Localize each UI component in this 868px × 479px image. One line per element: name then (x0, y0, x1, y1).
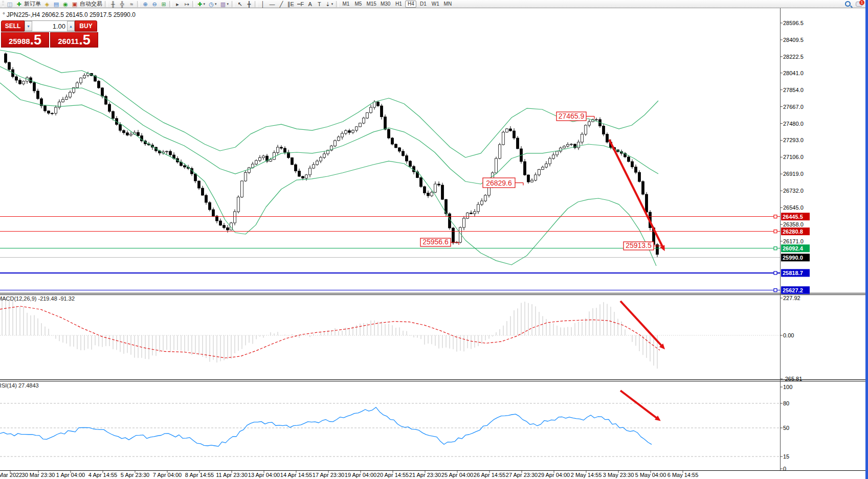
fibonacci-icon[interactable]: ┅F (296, 1, 305, 8)
sell-button[interactable]: SELL (1, 20, 25, 32)
timeframe-m5-button[interactable]: M5 (352, 1, 364, 8)
zoom-out-icon[interactable]: ⊖ (150, 1, 159, 8)
zoom-in-icon[interactable]: ⊕ (141, 1, 149, 8)
svg-text:20 Apr 14:55: 20 Apr 14:55 (377, 472, 409, 478)
timeframe-m30-button[interactable]: M30 (379, 1, 392, 8)
timeframe-m15-button[interactable]: M15 (365, 1, 377, 8)
svg-text:15: 15 (783, 453, 789, 460)
bar-chart-icon[interactable]: ╫ (109, 1, 117, 8)
toolbar-separator (137, 1, 140, 7)
timeframe-w1-button[interactable]: W1 (430, 1, 441, 8)
rsi-panel: 1008050150 (0, 384, 792, 472)
timeframe-mn-button[interactable]: MN (442, 1, 453, 8)
svg-text:28041.0: 28041.0 (783, 70, 804, 76)
auto-trading-button[interactable]: ▣ (71, 1, 79, 8)
svg-text:26732.0: 26732.0 (783, 188, 804, 194)
price-annotations[interactable]: 27465.926829.625956.625913.5 (420, 112, 662, 250)
new-order-button[interactable]: ✚ (15, 1, 23, 8)
svg-text:27854.0: 27854.0 (783, 87, 804, 93)
toolbar: ◫✚新订单◈▤◉▣自动交易╫╬≈⊕⊖⊞▸↦✚▼◷▼▥▼↖╋│—╱∥E┅FAT⇣▼… (0, 0, 865, 8)
volume-input[interactable] (32, 21, 67, 31)
toolbar-separator (169, 1, 172, 7)
svg-text:25990.0: 25990.0 (783, 255, 803, 261)
svg-text:1 Apr 04:00: 1 Apr 04:00 (56, 472, 85, 478)
horizontal-lines[interactable] (0, 215, 780, 292)
trend-arrows[interactable] (609, 140, 665, 421)
svg-text:26829.6: 26829.6 (486, 179, 512, 187)
svg-text:26445.5: 26445.5 (783, 214, 803, 220)
svg-text:27293.0: 27293.0 (783, 137, 804, 143)
svg-text:100: 100 (783, 384, 792, 390)
layouts-icon[interactable]: ◈ (43, 1, 51, 8)
equidistant-channel-icon[interactable]: ∥E (286, 1, 295, 8)
svg-text:25818.7: 25818.7 (783, 270, 803, 276)
price-axis: 28596.528409.528222.528041.027854.027667… (780, 20, 810, 294)
chart-fragment-icon[interactable]: ◫ (6, 1, 14, 8)
date-axis: Mar 202230 Mar 23:301 Apr 04:004 Apr 14:… (0, 471, 698, 478)
timeframe-d1-button[interactable]: D1 (417, 1, 429, 8)
arrows-object-icon[interactable]: ⇣▼ (324, 1, 335, 8)
svg-text:7 Apr 04:00: 7 Apr 04:00 (153, 472, 182, 478)
svg-text:27465.9: 27465.9 (559, 112, 585, 120)
line-chart-icon[interactable]: ≈ (127, 1, 136, 8)
svg-text:25956.6: 25956.6 (422, 238, 449, 246)
svg-text:5 May 04:00: 5 May 04:00 (635, 472, 666, 478)
tile-windows-icon[interactable]: ⊞ (160, 1, 168, 8)
hline-icon[interactable]: — (268, 1, 276, 8)
svg-text:3 May 23:30: 3 May 23:30 (603, 472, 634, 478)
volume-down-button[interactable]: ▼ (25, 21, 32, 31)
svg-text:6 May 14:55: 6 May 14:55 (667, 472, 699, 478)
svg-text:50: 50 (783, 425, 789, 431)
symbol-ohlc-text: JPN225-,H4 26062.5 26145.0 25917.5 25990… (7, 11, 136, 18)
svg-text:5 Apr 23:30: 5 Apr 23:30 (121, 472, 149, 478)
vline-icon[interactable]: │ (259, 1, 267, 8)
chart-shift-icon[interactable]: ↦ (183, 1, 191, 8)
indicators-icon[interactable]: ✚▼ (196, 1, 207, 8)
svg-text:30 Mar 23:30: 30 Mar 23:30 (22, 472, 55, 478)
svg-text:26 Apr 14:55: 26 Apr 14:55 (474, 472, 505, 478)
sell-price-pips: .5 (30, 34, 42, 47)
search-icon[interactable] (845, 1, 851, 7)
svg-text:27480.0: 27480.0 (783, 121, 804, 127)
svg-text:28596.5: 28596.5 (783, 20, 804, 26)
crosshair-icon[interactable]: ╋ (245, 1, 253, 8)
timeframe-m1-button[interactable]: M1 (340, 1, 351, 8)
notifications-icon[interactable]: 1 (856, 2, 862, 7)
trendline-icon[interactable]: ╱ (277, 1, 285, 8)
label-icon[interactable]: T (315, 1, 323, 8)
sell-price-box[interactable]: 25988.5 (1, 32, 49, 48)
svg-text:21 Apr 23:30: 21 Apr 23:30 (409, 472, 441, 478)
auto-scroll-icon[interactable]: ▸ (173, 1, 182, 8)
svg-text:27667.0: 27667.0 (783, 104, 804, 110)
volume-up-button[interactable]: ▲ (67, 21, 75, 31)
timeframe-h4-button[interactable]: H4 (405, 1, 416, 8)
period-icon[interactable]: ◷▼ (208, 1, 218, 8)
timeframe-h1-button[interactable]: H1 (393, 1, 404, 8)
auto-trading-button-label[interactable]: 自动交易 (80, 0, 102, 8)
svg-text:26171.0: 26171.0 (783, 238, 804, 244)
text-icon[interactable]: A (306, 1, 314, 8)
svg-text:19 Apr 04:00: 19 Apr 04:00 (345, 472, 376, 478)
one-click-trade-panel: SELL ▼ ▲ BUY 25988.5 26011.5 (1, 20, 98, 48)
buy-price-box[interactable]: 26011.5 (50, 32, 98, 48)
symbol-info: °JPN225-,H4 26062.5 26145.0 25917.5 2599… (3, 11, 136, 18)
svg-text:13 Apr 04:00: 13 Apr 04:00 (248, 472, 280, 478)
market-watch-icon[interactable]: ▤ (52, 1, 60, 8)
svg-text:29 Apr 04:00: 29 Apr 04:00 (538, 472, 570, 478)
toolbar-separator (255, 1, 257, 7)
chart-canvas[interactable]: 28596.528409.528222.528041.027854.027667… (0, 0, 868, 479)
svg-text:-265.81: -265.81 (783, 376, 802, 382)
signals-icon[interactable]: ◉ (61, 1, 70, 8)
rsi-label: RSI(14) 27.4843 (0, 382, 39, 389)
template-icon[interactable]: ▥▼ (219, 1, 230, 8)
cursor-icon[interactable]: ↖ (236, 1, 244, 8)
macd-label: MACD(12,26,9) -219.48 -91.32 (0, 295, 75, 302)
buy-button[interactable]: BUY (75, 20, 97, 32)
svg-text:11 Apr 23:30: 11 Apr 23:30 (216, 472, 248, 478)
mt4-window: ◫✚新订单◈▤◉▣自动交易╫╬≈⊕⊖⊞▸↦✚▼◷▼▥▼↖╋│—╱∥E┅FAT⇣▼… (0, 0, 868, 479)
candlestick-chart-icon[interactable]: ╬ (118, 1, 126, 8)
toolbar-grip[interactable] (2, 1, 4, 7)
svg-text:26919.0: 26919.0 (783, 171, 804, 177)
new-order-button-label[interactable]: 新订单 (24, 0, 41, 8)
svg-text:0: 0 (783, 466, 786, 472)
